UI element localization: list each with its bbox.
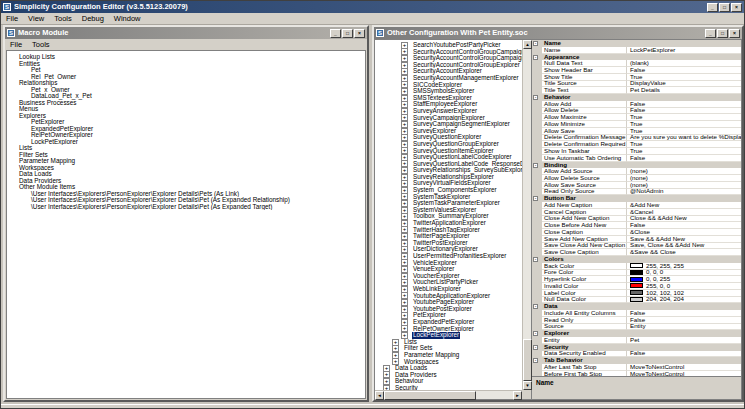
property-row-delete-confirmation-message[interactable]: Delete Confirmation MessageAre you sure … — [532, 135, 741, 142]
property-value[interactable]: DisplayValue — [626, 81, 741, 88]
property-row-close-before-add-new[interactable]: Close Before Add NewFalse — [532, 222, 741, 229]
explorer-item-surveyquestiongroupexplorer[interactable]: +SurveyQuestionGroupExplorer — [375, 141, 522, 148]
expand-plus-icon[interactable]: + — [392, 352, 399, 359]
property-row-allow-maximize[interactable]: Allow MaximizeTrue — [532, 114, 741, 121]
explorer-item-twitterapplicationexplorer[interactable]: +TwitterApplicationExplorer — [375, 220, 522, 227]
property-value[interactable]: False — [626, 317, 741, 324]
property-row-allow-save[interactable]: Allow SaveTrue — [532, 128, 741, 135]
expand-plus-icon[interactable]: + — [401, 293, 408, 300]
explorer-item-weblinkexplorer[interactable]: +WebLinkExplorer — [375, 286, 522, 293]
property-row-label-color[interactable]: Label Color102, 102, 102 — [532, 290, 741, 297]
expand-plus-icon[interactable]: + — [401, 213, 408, 220]
vertical-scroll-thumb[interactable] — [523, 339, 532, 381]
property-value[interactable]: Save, Close && &Add New — [626, 243, 741, 250]
expand-plus-icon[interactable]: + — [401, 240, 408, 247]
macro-menu-tools[interactable]: Tools — [27, 40, 55, 50]
explorer-item-surveyquestionlabelcodeexplorer[interactable]: +SurveyQuestionLabelCodeExplorer — [375, 154, 522, 161]
oc-close-button[interactable]: × — [729, 29, 740, 38]
property-value[interactable]: 102, 102, 102 — [626, 290, 741, 297]
expand-plus-icon[interactable]: + — [401, 266, 408, 273]
property-value[interactable]: True — [626, 128, 741, 135]
maximize-button[interactable]: □ — [719, 3, 730, 12]
expand-plus-icon[interactable]: + — [401, 187, 408, 194]
property-value[interactable]: 0, 0, 255 — [626, 276, 741, 283]
expand-plus-icon[interactable]: + — [401, 220, 408, 227]
property-category-binding[interactable]: -Binding — [532, 162, 741, 169]
property-row-save-add-new-caption[interactable]: Save Add New CaptionSave && &Add New — [532, 236, 741, 243]
property-value[interactable]: &Save && Close — [626, 249, 741, 256]
explorer-item-userdictionaryexplorer[interactable]: +UserDictionaryExplorer — [375, 246, 522, 253]
property-row-show-header-bar[interactable]: Show Header BarFalse — [532, 67, 741, 74]
explorer-item-staffemployeeexplorer[interactable]: +StaffEmployeeExplorer — [375, 101, 522, 108]
property-row-null-data-text[interactable]: Null Data Text(blank) — [532, 60, 741, 67]
explorer-item-siccodeexplorer[interactable]: +SICCodeExplorer — [375, 82, 522, 89]
property-value[interactable]: True — [626, 114, 741, 121]
explorer-item-system-componentsexplorer[interactable]: +System_ComponentsExplorer — [375, 187, 522, 194]
explorer-item-securityaccountmanagementexplorer[interactable]: +SecurityAccountManagementExplorer — [375, 75, 522, 82]
expand-plus-icon[interactable]: + — [401, 154, 408, 161]
explorer-item-voucherlistpartypicker[interactable]: +VoucherListPartyPicker — [375, 279, 522, 286]
collapse-icon[interactable]: - — [533, 345, 538, 350]
macro-module-title-bar[interactable]: S Macro Module _ □ × — [5, 27, 367, 39]
explorer-item-lists[interactable]: +Lists — [375, 339, 522, 346]
property-category-tab-behavior[interactable]: -Tab Behavior — [532, 357, 741, 364]
horizontal-scroll-thumb[interactable] — [384, 391, 476, 400]
expand-plus-icon[interactable]: + — [401, 167, 408, 174]
menu-tools[interactable]: Tools — [49, 13, 77, 24]
macro-maximize-button[interactable]: □ — [342, 29, 353, 38]
minimize-button[interactable]: _ — [707, 3, 718, 12]
other-config-title-bar[interactable]: S Other Configuration With Pet Entity.so… — [374, 27, 742, 39]
scroll-down-icon[interactable]: ▼ — [523, 381, 532, 390]
expand-plus-icon[interactable]: + — [401, 194, 408, 201]
property-value[interactable]: True — [626, 121, 741, 128]
explorer-item-systemvaluesexplorer[interactable]: +SystemValuesExplorer — [375, 207, 522, 214]
property-category-colors[interactable]: -Colors — [532, 256, 741, 263]
property-row-include-all-entity-columns[interactable]: Include All Entity ColumnsFalse — [532, 310, 741, 317]
expand-plus-icon[interactable]: + — [401, 134, 408, 141]
expand-plus-icon[interactable]: + — [401, 227, 408, 234]
property-category-name[interactable]: -Name — [532, 40, 741, 47]
property-row-invalid-color[interactable]: Invalid Color255, 0, 0 — [532, 283, 741, 290]
expand-plus-icon[interactable]: + — [401, 161, 408, 168]
property-value[interactable]: False — [626, 108, 741, 115]
scroll-up-icon[interactable]: ▲ — [523, 40, 532, 49]
property-row-data-security-enabled[interactable]: Data Security EnabledFalse — [532, 351, 741, 358]
expand-plus-icon[interactable]: + — [401, 121, 408, 128]
property-category-data[interactable]: -Data — [532, 303, 741, 310]
expand-plus-icon[interactable]: + — [401, 148, 408, 155]
expand-plus-icon[interactable]: + — [401, 82, 408, 89]
collapse-icon[interactable]: - — [533, 196, 538, 201]
explorer-item-surveycampaignsegmentexplorer[interactable]: +SurveyCampaignSegmentExplorer — [375, 121, 522, 128]
scroll-right-icon[interactable]: ► — [513, 391, 522, 400]
expand-plus-icon[interactable]: + — [383, 372, 390, 379]
property-row-cancel-caption[interactable]: Cancel Caption&Cancel — [532, 209, 741, 216]
explorer-item-venueexplorer[interactable]: +VenueExplorer — [375, 266, 522, 273]
explorer-item-workspaces[interactable]: +Workspaces — [375, 359, 522, 366]
oc-minimize-button[interactable]: _ — [705, 29, 716, 38]
expand-plus-icon[interactable]: + — [401, 101, 408, 108]
explorer-item-surveycampaignexplorer[interactable]: +SurveyCampaignExplorer — [375, 115, 522, 122]
expand-plus-icon[interactable]: + — [401, 180, 408, 187]
expand-plus-icon[interactable]: + — [392, 339, 399, 346]
explorer-item-searchyoutubepostpartypicker[interactable]: +SearchYoutubePostPartyPicker — [375, 42, 522, 49]
explorer-item-lockpetexplorer[interactable]: +LockPetExplorer — [375, 332, 522, 339]
expand-plus-icon[interactable]: + — [383, 378, 390, 385]
expand-plus-icon[interactable]: + — [401, 326, 408, 333]
property-row-save-close-caption[interactable]: Save Close Caption&Save && Close — [532, 249, 741, 256]
expand-plus-icon[interactable]: + — [401, 68, 408, 75]
property-category-security[interactable]: -Security — [532, 344, 741, 351]
explorer-item-surveyrelationships-surveysubexplorer[interactable]: +SurveyRelationships_SurveySubExplorer — [375, 167, 522, 174]
expand-plus-icon[interactable]: + — [401, 312, 408, 319]
explorer-item-systemtaskparameterexplorer[interactable]: +SystemTaskParameterExplorer — [375, 200, 522, 207]
expand-plus-icon[interactable]: + — [401, 55, 408, 62]
explorer-item-youtubepostexplorer[interactable]: +YoutubePostExplorer — [375, 306, 522, 313]
property-row-name[interactable]: NameLockPetExplorer — [532, 47, 741, 54]
expand-plus-icon[interactable]: + — [401, 128, 408, 135]
expand-plus-icon[interactable]: + — [401, 246, 408, 253]
property-value[interactable]: True — [626, 141, 741, 148]
explorer-item-youtubepageexplorer[interactable]: +YoutubePageExplorer — [375, 299, 522, 306]
expand-plus-icon[interactable]: + — [401, 207, 408, 214]
property-value[interactable]: False — [626, 351, 741, 358]
expand-plus-icon[interactable]: + — [401, 75, 408, 82]
explorer-item-data-loads[interactable]: +Data Loads — [375, 365, 522, 372]
